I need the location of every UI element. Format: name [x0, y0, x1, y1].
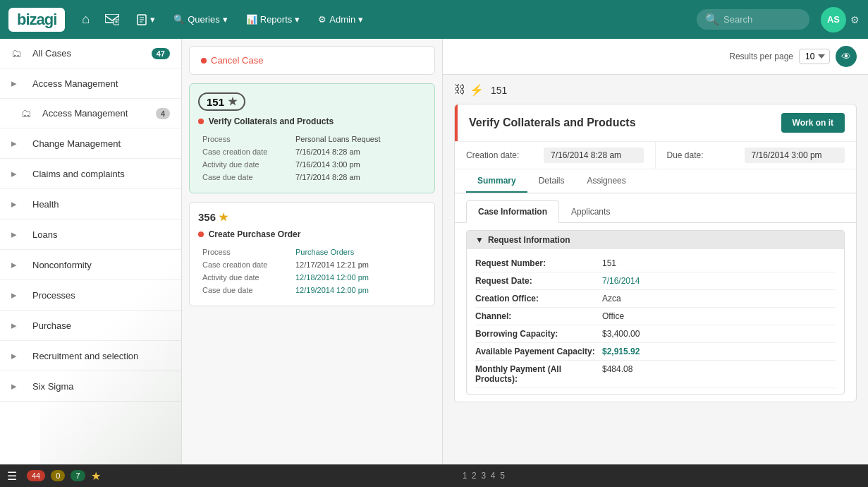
home-nav-btn[interactable]: ⌂	[76, 8, 95, 31]
tab-summary[interactable]: Summary	[466, 170, 527, 193]
chevron-right-icon: ▸	[11, 319, 25, 332]
sidebar: 🗂 All Cases 47 ▸ Access Management 🗂 Acc…	[0, 39, 182, 464]
folder-icon: 🗂	[21, 107, 35, 119]
tab-assignees[interactable]: Assignees	[575, 170, 637, 193]
detail-card: Verify Collaterals and Products Work on …	[454, 104, 857, 402]
yellow-count: 0	[56, 471, 60, 480]
cancel-status-dot	[201, 58, 207, 64]
sidebar-item-processes[interactable]: ▸ Processes	[0, 280, 181, 311]
star-icon: ★	[228, 95, 237, 108]
view-toggle-btn[interactable]: 👁	[836, 46, 857, 67]
due-date-cell: Due date: 7/16/2014 3:00 pm	[656, 142, 857, 169]
sidebar-item-access-mgmt-group[interactable]: ▸ Access Management	[0, 68, 181, 99]
tab-details[interactable]: Details	[527, 170, 576, 193]
eye-icon: 👁	[841, 51, 851, 62]
detail-panel: ⛓ ⚡ 151 Verify Collaterals and Products …	[443, 75, 868, 411]
logo: bizagi	[8, 8, 65, 32]
status-dot-2	[198, 232, 204, 237]
sidebar-item-nonconformity[interactable]: ▸ Nonconformity	[0, 250, 181, 280]
queries-nav-btn[interactable]: 🔍 Queries ▾	[166, 10, 235, 29]
hamburger-icon[interactable]: ☰	[7, 469, 17, 483]
cancel-case-card[interactable]: Cancel Case	[189, 46, 435, 75]
table-row: Process Personal Loans Request	[200, 133, 424, 145]
top-navigation: bizagi ⌂ ▾ 🔍 Queries ▾ 📊 Reports ▾ ⚙ Adm…	[0, 0, 868, 39]
star-gold-icon: ★	[219, 211, 228, 223]
red-count: 44	[32, 471, 40, 480]
reports-nav-btn[interactable]: 📊 Reports ▾	[239, 10, 307, 29]
sidebar-item-health[interactable]: ▸ Health	[0, 189, 181, 220]
req-row-borrowing: Borrowing Capacity: $3,400.00	[475, 325, 836, 343]
sub-tabs: Case Information Applicants	[455, 200, 856, 223]
search-box[interactable]: 🔍	[697, 9, 809, 30]
table-row: Case creation date 7/16/2014 8:28 am	[200, 146, 424, 157]
green-count: 7	[75, 471, 80, 480]
pagination: 1 2 3 4 5	[106, 471, 862, 481]
sub-tab-applicants[interactable]: Applicants	[559, 200, 622, 223]
link-icons: ⛓ ⚡	[454, 83, 484, 97]
settings-icon[interactable]: ⚙	[850, 14, 860, 25]
work-on-it-button[interactable]: Work on it	[781, 113, 845, 133]
right-detail-panel: Results per page 10 20 50 👁 ⛓ ⚡ 151 Veri…	[443, 39, 868, 464]
sidebar-item-purchase[interactable]: ▸ Purchase	[0, 311, 181, 341]
page-4[interactable]: 4	[491, 471, 496, 481]
favorites-star-icon[interactable]: ★	[91, 469, 101, 483]
chevron-right-icon: ▸	[11, 77, 25, 90]
sidebar-item-six-sigma[interactable]: ▸ Six Sigma	[0, 371, 181, 402]
avatar[interactable]: AS	[821, 7, 846, 32]
sub-tab-case-info[interactable]: Case Information	[466, 200, 559, 223]
req-row-channel: Channel: Office	[475, 308, 836, 325]
right-panel-header: Results per page 10 20 50 👁	[443, 39, 868, 75]
chevron-right-icon: ▸	[11, 349, 25, 362]
detail-title: Verify Collaterals and Products	[469, 116, 636, 129]
admin-nav-btn[interactable]: ⚙ Admin ▾	[311, 10, 370, 29]
chevron-right-icon: ▸	[11, 289, 25, 301]
case-card-356[interactable]: 356 ★ Create Purchase Order Process Purc…	[189, 202, 435, 306]
search-input[interactable]	[723, 14, 801, 25]
sidebar-item-access-mgmt[interactable]: 🗂 Access Management 4	[0, 99, 181, 128]
sidebar-item-change-mgmt[interactable]: ▸ Change Management	[0, 128, 181, 159]
case-number-circled: 151 ★	[198, 92, 245, 111]
page-5[interactable]: 5	[500, 471, 505, 481]
case-card-151[interactable]: 151 ★ Verify Collaterals and Products Pr…	[189, 83, 435, 193]
green-status-pill[interactable]: 7	[71, 470, 85, 481]
page-2[interactable]: 2	[472, 471, 477, 481]
main-tabs: Summary Details Assignees	[455, 170, 856, 193]
request-info-section: ▼ Request Information Request Number: 15…	[466, 230, 845, 395]
chevron-right-icon: ▸	[11, 167, 25, 180]
req-row-available: Available Payement Capacity: $2,915.92	[475, 343, 836, 361]
bottom-status-bar: ☰ 44 0 7 ★ 1 2 3 4 5	[0, 464, 868, 487]
table-row: Activity due date 12/18/2014 12:00 pm	[200, 272, 424, 283]
yellow-status-pill[interactable]: 0	[51, 470, 65, 481]
collapse-icon[interactable]: ▼	[475, 235, 484, 245]
table-row: Case creation date 12/17/2014 12:21 pm	[200, 259, 424, 270]
req-row-date: Request Date: 7/16/2014	[475, 272, 836, 290]
sidebar-item-all-cases[interactable]: 🗂 All Cases 47	[0, 39, 181, 68]
page-3[interactable]: 3	[481, 471, 486, 481]
chevron-right-icon: ▸	[11, 198, 25, 210]
per-page-select[interactable]: 10 20 50	[799, 49, 830, 64]
chevron-right-icon: ▸	[11, 258, 25, 271]
sidebar-item-claims[interactable]: ▸ Claims and complaints	[0, 159, 181, 189]
flow-icon: ⚡	[470, 83, 484, 97]
sidebar-item-recruitment[interactable]: ▸ Recruitment and selection	[0, 341, 181, 371]
tasks-nav-btn[interactable]: ▾	[129, 10, 162, 30]
request-info-header: ▼ Request Information	[467, 231, 844, 249]
briefcase-icon: 🗂	[11, 47, 25, 59]
page-1[interactable]: 1	[463, 471, 467, 481]
case-list-panel: Cancel Case 151 ★ Verify Collaterals and…	[182, 39, 443, 464]
request-info-body: Request Number: 151 Request Date: 7/16/2…	[467, 249, 844, 394]
table-row: Process Purchase Orders	[200, 246, 424, 258]
detail-title-bar: Verify Collaterals and Products Work on …	[455, 104, 856, 141]
red-status-pill[interactable]: 44	[27, 470, 45, 481]
detail-top-bar: ⛓ ⚡ 151	[454, 83, 857, 97]
cancel-case-link[interactable]: Cancel Case	[201, 55, 423, 66]
table-row: Activity due date 7/16/2014 3:00 pm	[200, 159, 424, 170]
search-icon: 🔍	[705, 13, 719, 26]
status-dot	[198, 119, 204, 124]
inbox-nav-btn[interactable]	[99, 10, 125, 30]
req-row-number: Request Number: 151	[475, 255, 836, 272]
case-details-table-2: Process Purchase Orders Case creation da…	[198, 245, 426, 297]
sidebar-item-loans[interactable]: ▸ Loans	[0, 220, 181, 250]
table-row: Case due date 7/17/2014 8:28 am	[200, 172, 424, 183]
network-icon: ⛓	[454, 83, 465, 97]
